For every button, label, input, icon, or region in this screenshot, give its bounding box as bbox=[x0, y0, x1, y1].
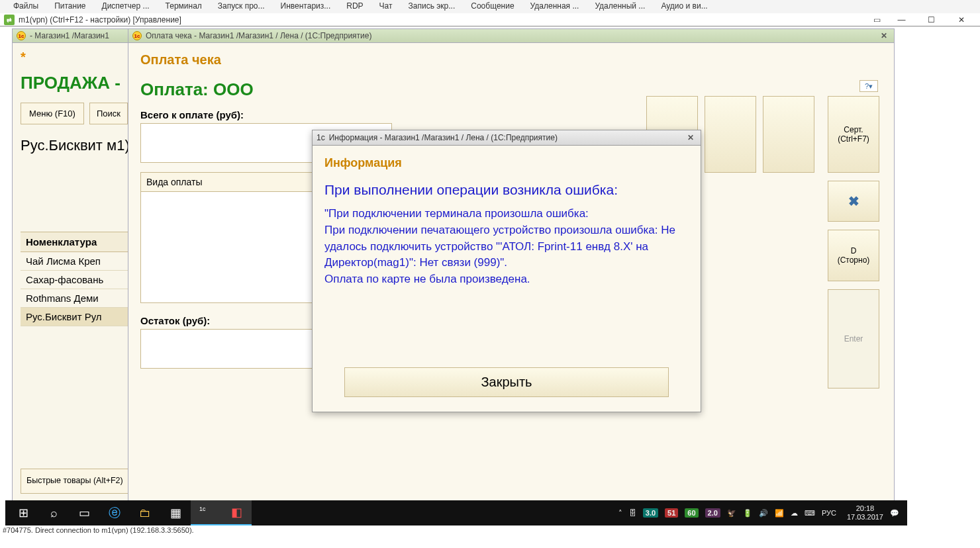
info-titlebar[interactable]: 1c Информация - Магазин1 /Магазин1 / Лен… bbox=[312, 130, 701, 146]
explorer-icon[interactable]: 🗀 bbox=[130, 500, 160, 525]
maximize-button[interactable]: ☐ bbox=[916, 13, 946, 26]
clock[interactable]: 20:18 17.03.2017 bbox=[847, 504, 883, 522]
blank-button-2[interactable] bbox=[705, 96, 756, 173]
menu-button[interactable]: Меню (F10) bbox=[21, 103, 84, 124]
menu-item[interactable]: Питание bbox=[54, 1, 85, 12]
error-line: "При подключении терминала произошла оши… bbox=[324, 206, 689, 222]
host-menubar: Файлы Питание Диспетчер ... Терминал Зап… bbox=[0, 0, 980, 13]
restore-icon[interactable]: ▭ bbox=[867, 13, 887, 26]
minimize-button[interactable]: — bbox=[887, 13, 916, 26]
calculator-icon[interactable]: ▦ bbox=[160, 500, 191, 525]
menu-item[interactable]: Сообщение bbox=[471, 1, 514, 12]
vpn-icon: ⇄ bbox=[4, 15, 15, 25]
terminal-output: #704775. Direct connection to m1(vpn) (1… bbox=[3, 525, 907, 548]
tray-badge[interactable]: 51 bbox=[665, 508, 678, 518]
menu-item[interactable]: RDP bbox=[346, 1, 363, 12]
close-icon[interactable]: ✕ bbox=[685, 132, 697, 144]
desktop-area: 1c - Магазин1 /Магазин1 * ПРОДАЖА - Меню… bbox=[0, 26, 980, 522]
edge-icon[interactable]: ⓔ bbox=[99, 500, 130, 525]
tray-badge[interactable]: 2.0 bbox=[705, 508, 720, 518]
1c-icon: 1c bbox=[17, 31, 26, 40]
vpn-titlebar: ⇄ m1(vpn) (Ctrl+F12 - настройки) [Управл… bbox=[0, 13, 980, 26]
close-dialog-button[interactable]: Закрыть bbox=[344, 367, 669, 397]
taskbar[interactable]: ⊞ ⌕ ▭ ⓔ 🗀 ▦ 1c ◧ ˄ 🗄 3.0 51 60 2.0 🦅 🔋 🔊… bbox=[5, 500, 907, 525]
fast-goods-button[interactable]: Быстрые товары (Alt+F2) bbox=[21, 469, 129, 494]
clock-date: 17.03.2017 bbox=[847, 513, 883, 522]
tray-keyboard-icon[interactable]: ⌨ bbox=[805, 509, 815, 518]
start-button[interactable]: ⊞ bbox=[8, 500, 38, 525]
1c-icon: 1c bbox=[317, 133, 325, 142]
1c-icon: 1c bbox=[132, 31, 142, 40]
info-dialog: 1c Информация - Магазин1 /Магазин1 / Лен… bbox=[312, 130, 701, 412]
help-dropdown-icon[interactable]: ?▾ bbox=[859, 80, 878, 92]
info-heading: Информация bbox=[324, 156, 689, 170]
tray-battery-icon[interactable]: 🔋 bbox=[743, 509, 752, 518]
enter-button[interactable]: Enter bbox=[828, 289, 879, 388]
1c-taskbar-icon[interactable]: 1c bbox=[191, 500, 221, 525]
task-view-icon[interactable]: ▭ bbox=[69, 500, 99, 525]
close-icon[interactable]: ✕ bbox=[878, 30, 890, 42]
storno-button[interactable]: D (Сторно) bbox=[828, 230, 879, 281]
search-icon[interactable]: ⌕ bbox=[38, 500, 69, 525]
tray-badge[interactable]: 60 bbox=[685, 508, 698, 518]
tray-chevron-icon[interactable]: ˄ bbox=[618, 509, 622, 518]
menu-item[interactable]: Аудио и ви... bbox=[661, 1, 707, 12]
app-taskbar-icon[interactable]: ◧ bbox=[221, 500, 252, 525]
tray-volume-icon[interactable]: 🔊 bbox=[759, 509, 768, 518]
blank-button-3[interactable] bbox=[763, 96, 814, 173]
x-icon: ✖ bbox=[848, 193, 859, 209]
error-line: При подключении печатающего устройство п… bbox=[324, 222, 689, 271]
tray-emblem-icon[interactable]: 🦅 bbox=[727, 509, 736, 518]
menu-item[interactable]: Файлы bbox=[13, 1, 38, 12]
error-title: При выполнении операции возникла ошибка: bbox=[324, 181, 689, 199]
menu-item[interactable]: Удаленный ... bbox=[595, 1, 645, 12]
language-indicator[interactable]: РУС bbox=[822, 509, 836, 517]
menu-item[interactable]: Запуск про... bbox=[218, 1, 265, 12]
system-tray[interactable]: ˄ 🗄 3.0 51 60 2.0 🦅 🔋 🔊 📶 ☁ ⌨ РУС 20:18 … bbox=[618, 504, 905, 522]
menu-item[interactable]: Запись экр... bbox=[409, 1, 456, 12]
menu-item[interactable]: Удаленная ... bbox=[530, 1, 579, 12]
vpn-title: m1(vpn) (Ctrl+F12 - настройки) [Управлен… bbox=[19, 15, 867, 24]
cert-button[interactable]: Серт. (Ctrl+F7) bbox=[828, 96, 879, 173]
menu-item[interactable]: Чат bbox=[379, 1, 393, 12]
menu-item[interactable]: Диспетчер ... bbox=[102, 1, 150, 12]
menu-item[interactable]: Инвентариз... bbox=[281, 1, 331, 12]
info-window-title: Информация - Магазин1 /Магазин1 / Лена /… bbox=[329, 133, 558, 142]
error-line: Оплата по карте не была произведена. bbox=[324, 271, 689, 288]
cancel-button[interactable]: ✖ bbox=[828, 181, 879, 222]
tray-cloud-icon[interactable]: ☁ bbox=[791, 509, 798, 518]
clock-time: 20:18 bbox=[847, 504, 883, 513]
sale-window-title: - Магазин1 /Магазин1 bbox=[30, 31, 109, 40]
close-button[interactable]: ✕ bbox=[946, 13, 976, 26]
payment-window-title: Оплата чека - Магазин1 /Магазин1 / Лена … bbox=[146, 31, 371, 40]
menu-item[interactable]: Терминал bbox=[166, 1, 202, 12]
search-button[interactable]: Поиск bbox=[89, 103, 128, 124]
tray-db-icon[interactable]: 🗄 bbox=[629, 509, 636, 517]
tray-wifi-icon[interactable]: 📶 bbox=[775, 509, 784, 518]
payment-titlebar[interactable]: 1c Оплата чека - Магазин1 /Магазин1 / Ле… bbox=[128, 28, 895, 43]
tray-badge[interactable]: 3.0 bbox=[643, 508, 658, 518]
notifications-icon[interactable]: 💬 bbox=[890, 509, 899, 518]
payment-heading: Оплата чека bbox=[140, 52, 882, 68]
